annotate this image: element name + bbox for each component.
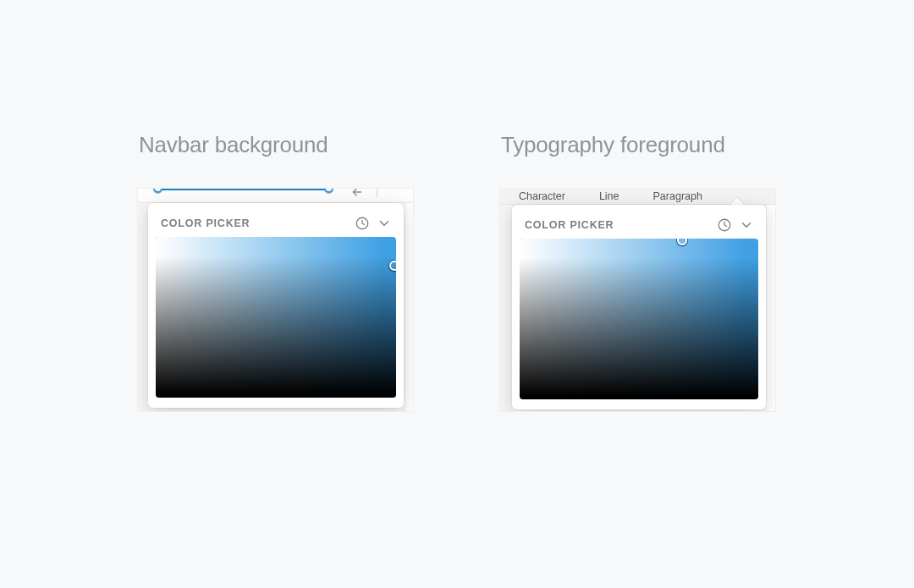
chevron-down-icon[interactable]	[376, 215, 393, 232]
navbar-background-card: COLOR PICKER	[138, 189, 413, 411]
slider-track[interactable]	[158, 189, 332, 190]
slider-strip	[138, 189, 413, 203]
panel-background-peek	[406, 203, 413, 411]
color-picker-panel: COLOR PICKER	[512, 205, 766, 409]
tab-paragraph[interactable]: Paragraph	[653, 190, 702, 202]
panel-background-peek	[767, 205, 775, 411]
tab-character[interactable]: Character	[519, 190, 565, 202]
section-heading-left: Navbar background	[139, 132, 328, 158]
slider-handle-start[interactable]	[153, 189, 162, 193]
tab-line[interactable]: Line	[599, 190, 619, 202]
color-picker-panel: COLOR PICKER	[148, 203, 404, 408]
section-heading-right: Typography foreground	[501, 132, 725, 158]
back-arrow-icon[interactable]	[350, 189, 364, 199]
color-swatch-area[interactable]	[520, 239, 758, 399]
chevron-down-icon[interactable]	[738, 217, 755, 234]
typography-tabs: Character Line Paragraph	[500, 189, 775, 205]
color-swatch-area[interactable]	[156, 237, 396, 398]
swatch-cursor[interactable]	[389, 261, 396, 271]
clock-icon[interactable]	[354, 215, 371, 232]
color-picker-title: COLOR PICKER	[525, 219, 716, 231]
slider-handle-end[interactable]	[324, 189, 333, 193]
toolbar-divider	[377, 189, 377, 197]
color-picker-title: COLOR PICKER	[161, 217, 354, 229]
typography-foreground-card: Character Line Paragraph COLOR PICKER	[500, 189, 775, 411]
clock-icon[interactable]	[716, 217, 733, 234]
popover-caret-icon	[730, 197, 744, 205]
